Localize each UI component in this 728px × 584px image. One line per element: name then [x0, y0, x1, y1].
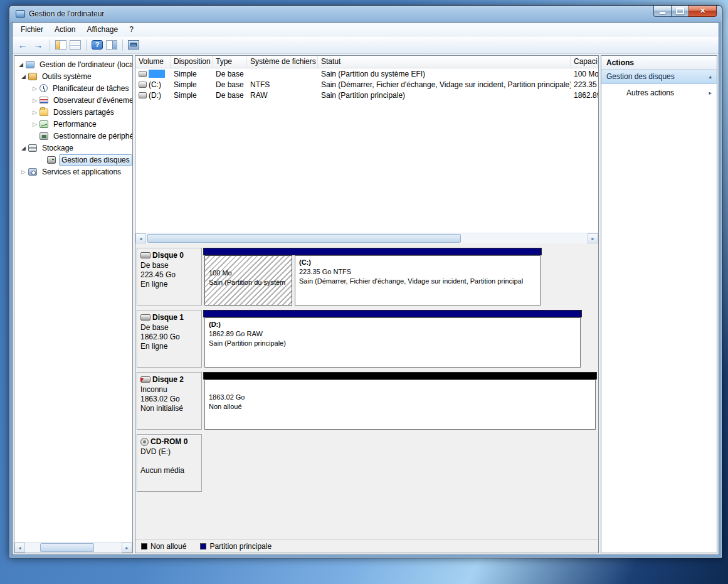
partition-efi[interactable]: 100 Mo Sain (Partition du systèm — [204, 255, 292, 305]
device-manager-icon — [40, 132, 48, 140]
action-autres-actions[interactable]: Autres actions ▸ — [601, 84, 717, 101]
legend-non-alloue: Non alloué — [141, 542, 186, 551]
volume-list-header: Volume Disposition Type Système de fichi… — [135, 56, 598, 68]
disk-name: Disque 0 — [152, 251, 184, 260]
disk0-label[interactable]: Disque 0 De base 223.45 Go En ligne — [137, 248, 202, 305]
disk-management-icon — [47, 156, 56, 164]
menu-help[interactable]: ? — [124, 24, 139, 35]
computer-icon — [26, 61, 34, 68]
scrollbar-thumb[interactable] — [147, 234, 461, 243]
scroll-right-button[interactable] — [122, 543, 132, 553]
column-header-volume[interactable]: Volume — [135, 56, 171, 68]
volume-row-d[interactable]: (D:) Simple De base RAW Sain (Partition … — [135, 90, 598, 100]
titlebar[interactable]: Gestion de l'ordinateur — [9, 6, 722, 22]
legend-bar: Non alloué Partition principale — [135, 539, 598, 553]
toolbar-separator — [122, 40, 123, 51]
help-button[interactable] — [92, 40, 103, 50]
tree-item-gestionnaire-peripheriques[interactable]: Gestionnaire de périphé — [14, 130, 132, 142]
tree-horizontal-scrollbar[interactable] — [14, 542, 132, 553]
menu-action[interactable]: Action — [49, 24, 81, 35]
show-console-tree-button[interactable] — [55, 40, 66, 50]
unallocated-space[interactable]: 1863.02 Go Non alloué — [204, 380, 596, 430]
storage-icon — [28, 144, 37, 152]
minimize-button[interactable] — [653, 6, 672, 17]
partition-d[interactable]: (D:) 1862.89 Go RAW Sain (Partition prin… — [204, 317, 581, 368]
menu-bar: Fichier Action Affichage ? — [13, 23, 719, 36]
volume-icon — [139, 82, 147, 88]
tree-item-label: Observateur d'événeme — [51, 95, 132, 105]
tree-item-services-applications[interactable]: Services et applications — [14, 166, 132, 178]
scroll-right-button[interactable] — [588, 233, 598, 243]
column-header-disposition[interactable]: Disposition — [171, 56, 213, 68]
expander-icon[interactable] — [31, 85, 39, 92]
disk-management-panel: Volume Disposition Type Système de fichi… — [135, 55, 599, 553]
forward-button[interactable]: → — [32, 39, 45, 51]
cell-capacite: 100 Mo — [571, 70, 598, 78]
tree-item-label-selected: Gestion des disques — [59, 154, 132, 166]
action-gestion-des-disques[interactable]: Gestion des disques ▴ — [601, 70, 717, 84]
shared-folders-icon — [40, 109, 48, 116]
cdrom-label[interactable]: CD-ROM 0 DVD (E:) Aucun média — [137, 434, 202, 492]
expander-icon[interactable] — [19, 169, 28, 175]
scroll-left-button[interactable] — [14, 543, 25, 553]
unallocated-color-bar — [203, 372, 597, 380]
disk-name: Disque 1 — [152, 313, 184, 322]
chevron-right-icon[interactable]: ▸ — [709, 90, 712, 96]
tree-item-observateur[interactable]: Observateur d'événeme — [14, 94, 132, 106]
expander-icon[interactable] — [19, 73, 28, 80]
cell-type: De base — [213, 70, 247, 78]
maximize-button[interactable] — [672, 6, 688, 17]
console-window-button[interactable] — [128, 40, 139, 50]
column-header-capacite[interactable]: Capacité — [571, 56, 598, 68]
console-tree: Gestion de l'ordinateur (local) Outils s… — [14, 56, 132, 542]
column-header-filesystem[interactable]: Système de fichiers — [247, 56, 318, 68]
tree-item-outils-systeme[interactable]: Outils système — [14, 70, 132, 82]
show-action-pane-button[interactable] — [106, 40, 117, 50]
cell-disposition: Simple — [171, 70, 213, 78]
close-button[interactable] — [688, 6, 717, 17]
scrollbar-thumb[interactable] — [40, 543, 94, 552]
tree-item-gestion-des-disques[interactable]: Gestion des disques — [14, 154, 132, 166]
cdrom-icon — [140, 438, 149, 446]
console-tree-panel: Gestion de l'ordinateur (local) Outils s… — [14, 55, 133, 553]
performance-icon — [40, 120, 48, 128]
disk-row-2: Disque 2 Inconnu 1863.02 Go Non initiali… — [137, 372, 597, 430]
tree-item-label: Outils système — [40, 72, 93, 82]
menu-affichage[interactable]: Affichage — [81, 24, 124, 35]
collapse-chevron-icon[interactable]: ▴ — [709, 73, 712, 80]
partition-color-bar — [203, 310, 582, 317]
computer-management-window: Gestion de l'ordinateur Fichier Action A… — [9, 5, 722, 558]
tree-item-performance[interactable]: Performance — [14, 118, 132, 130]
disk2-label[interactable]: Disque 2 Inconnu 1863.02 Go Non initiali… — [137, 372, 202, 430]
partition-c[interactable]: (C:) 223.35 Go NTFS Sain (Démarrer, Fich… — [295, 255, 541, 305]
actions-header: Actions — [601, 56, 717, 70]
volume-row-efi[interactable]: Simple De base Sain (Partition du systèm… — [135, 68, 598, 79]
export-list-button[interactable] — [70, 40, 81, 50]
expander-icon[interactable] — [31, 121, 39, 127]
tree-item-stockage[interactable]: Stockage — [14, 142, 132, 154]
volume-row-c[interactable]: (C:) Simple De base NTFS Sain (Démarrer,… — [135, 79, 598, 90]
disk-icon — [140, 252, 150, 258]
services-icon — [28, 168, 37, 176]
computer-management-icon — [16, 10, 25, 18]
scroll-left-button[interactable] — [135, 233, 146, 243]
disk-icon — [140, 314, 150, 321]
tree-item-planificateur[interactable]: Planificateur de tâches — [14, 82, 132, 94]
cell-type: De base — [213, 91, 247, 100]
toolbar-separator — [86, 40, 87, 51]
volume-list-horizontal-scrollbar[interactable] — [135, 233, 598, 243]
column-header-statut[interactable]: Statut — [318, 56, 571, 68]
legend-partition-principale: Partition principale — [200, 542, 272, 551]
expander-icon[interactable] — [31, 109, 39, 115]
disk1-label[interactable]: Disque 1 De base 1862.90 Go En ligne — [137, 310, 202, 368]
expander-icon[interactable] — [19, 145, 28, 151]
cell-filesystem: RAW — [247, 91, 318, 100]
tree-item-dossiers-partages[interactable]: Dossiers partagés — [14, 106, 132, 118]
back-button[interactable]: ← — [16, 39, 29, 51]
column-header-type[interactable]: Type — [213, 56, 247, 68]
tree-item-computer-management[interactable]: Gestion de l'ordinateur (local) — [14, 58, 132, 70]
tree-item-label: Stockage — [40, 143, 75, 153]
menu-fichier[interactable]: Fichier — [15, 24, 49, 35]
expander-icon[interactable] — [31, 97, 39, 104]
expander-icon[interactable] — [17, 61, 25, 68]
